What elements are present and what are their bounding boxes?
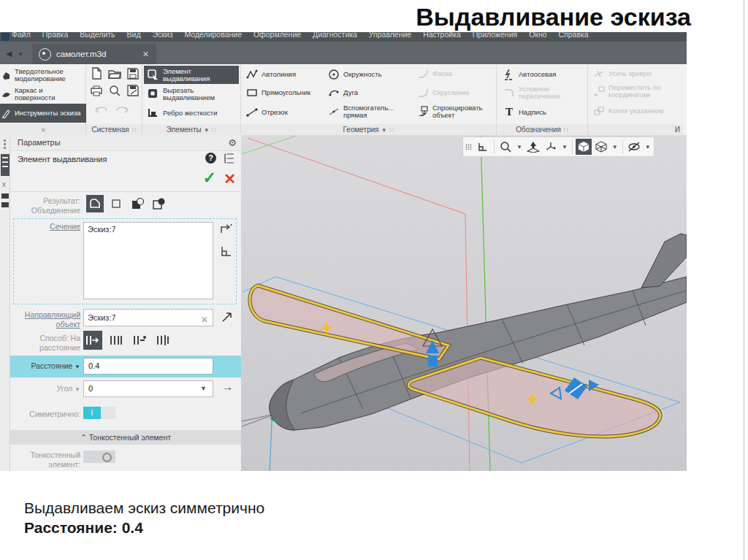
menu-file[interactable]: Файл: [12, 32, 31, 39]
print-button[interactable]: [91, 85, 102, 96]
extrude-element-button[interactable]: Элемент выдавливания: [144, 66, 239, 84]
document-tab[interactable]: самолет.m3d ✕: [32, 44, 156, 64]
viewport-3d[interactable]: ▼ ▼ ▼ ▼: [241, 135, 687, 471]
sketch-contour-icon[interactable]: [219, 245, 234, 260]
panel-square-icon[interactable]: [1, 193, 9, 199]
angle-direction-icon[interactable]: →: [222, 380, 233, 393]
new-document-button[interactable]: [91, 67, 102, 80]
trim-curve-button[interactable]: Усечь кривую: [592, 69, 652, 79]
modes-collapse-chevron[interactable]: »: [0, 124, 85, 136]
guide-object-field[interactable]: Эскиз:7 ✕: [83, 309, 213, 326]
hide-objects-button[interactable]: [626, 139, 642, 155]
method-through-all-button[interactable]: [107, 331, 126, 350]
save-button[interactable]: [127, 68, 139, 80]
rib-button[interactable]: Ребро жесткости: [144, 104, 239, 122]
help-icon[interactable]: ?: [205, 153, 216, 164]
autoline-button[interactable]: Автолиния: [245, 69, 296, 80]
clear-field-icon[interactable]: ✕: [201, 312, 208, 328]
toolbar-drag-handle[interactable]: [465, 139, 473, 154]
structure-tree-icon[interactable]: [224, 153, 235, 164]
section-link[interactable]: Сечение: [25, 222, 80, 231]
left-wing-sketch-outline[interactable]: [250, 285, 449, 359]
menu-select[interactable]: Выделить: [80, 32, 115, 39]
back-caret-icon[interactable]: ▾: [19, 50, 23, 58]
method-distance-button[interactable]: [83, 331, 102, 350]
segment-button[interactable]: Отрезок: [245, 107, 288, 118]
text-label-button[interactable]: T Надпись: [503, 107, 546, 118]
sketch-mode-button[interactable]: [475, 139, 491, 155]
redraw-section-icon[interactable]: [219, 223, 234, 238]
menu-styling[interactable]: Оформление: [253, 32, 301, 39]
menu-view[interactable]: Вид: [127, 32, 141, 39]
model-canvas: [241, 135, 687, 471]
auto-axis-button[interactable]: Автоосевая: [503, 69, 556, 80]
project-object-button[interactable]: Спроецировать объект: [416, 104, 489, 119]
section-list[interactable]: Эскиз:7: [83, 222, 213, 299]
mode-wireframe-surfaces-button[interactable]: Каркас и поверхности: [0, 85, 86, 104]
open-document-button[interactable]: [108, 68, 121, 79]
result-intersect-button[interactable]: [150, 195, 167, 212]
menu-help[interactable]: Справка: [558, 32, 588, 39]
undo-button[interactable]: [95, 104, 108, 115]
back-arrow-icon[interactable]: ◄: [4, 48, 14, 59]
caret-down-icon[interactable]: ▼: [644, 144, 652, 150]
green-axis-line: [481, 136, 490, 471]
cut-extrude-button[interactable]: Вырезать выдавливанием: [144, 85, 239, 103]
symmetric-toggle[interactable]: I: [83, 407, 115, 419]
menu-diagnostics[interactable]: Диагностика: [313, 32, 357, 39]
display-wireframe-button[interactable]: [593, 139, 609, 155]
orientation-axes-button[interactable]: [543, 139, 559, 155]
copy-by-pointing-button[interactable]: Копия указанием: [592, 105, 671, 117]
direction-arrow-icon[interactable]: [221, 310, 234, 325]
menu-sketch[interactable]: Эскиз: [152, 32, 172, 39]
angle-select[interactable]: 0 ▼: [83, 380, 213, 397]
extrude-handle-box[interactable]: [428, 356, 438, 367]
move-by-coordinates-button[interactable]: Переместить по координатам: [592, 84, 671, 99]
mode-sketch-tools-button[interactable]: Инструменты эскиза: [0, 104, 86, 123]
menu-edit[interactable]: Правка: [42, 32, 68, 39]
method-to-object-button[interactable]: [130, 331, 149, 350]
result-new-body-button[interactable]: [107, 195, 125, 212]
mode-solid-modeling-button[interactable]: Твердотельное моделирование: [0, 66, 86, 85]
redo-button[interactable]: [115, 104, 129, 115]
preview-button[interactable]: [109, 85, 121, 96]
caret-down-icon[interactable]: ▼: [515, 144, 524, 150]
auxiliary-line-button[interactable]: Вспомогатель... прямая: [327, 104, 400, 119]
zoom-button[interactable]: [497, 139, 514, 155]
thinwall-section-header[interactable]: ⌃ Тонкостенный элемент: [10, 430, 241, 445]
section-list-item[interactable]: Эскиз:7: [88, 225, 116, 234]
menu-window[interactable]: Окно: [529, 32, 546, 39]
arc-button[interactable]: Дуга: [327, 88, 358, 98]
caret-down-icon[interactable]: ▼: [560, 144, 569, 150]
result-union-button[interactable]: [86, 195, 104, 212]
menu-applications[interactable]: Приложения: [473, 32, 517, 39]
panel-dots-icon[interactable]: [4, 139, 6, 142]
rectangle-button[interactable]: Прямоугольник: [245, 88, 310, 98]
method-to-nearest-button[interactable]: [153, 331, 172, 350]
confirm-button[interactable]: ✓: [203, 169, 216, 188]
save-as-button[interactable]: [127, 85, 139, 96]
thinwall-toggle[interactable]: [83, 450, 115, 463]
caret-down-icon[interactable]: ▼: [611, 144, 619, 150]
close-panel-icon[interactable]: x: [2, 180, 6, 188]
circle-button[interactable]: Окружность: [327, 69, 382, 80]
menu-modeling[interactable]: Моделирование: [184, 32, 242, 39]
menu-settings[interactable]: Настройка: [423, 32, 461, 39]
distance-input[interactable]: 0.4: [83, 358, 213, 375]
cancel-button[interactable]: ✕: [224, 170, 236, 188]
menu-management[interactable]: Управление: [369, 32, 411, 39]
chamfer-button[interactable]: Фаска: [416, 69, 452, 79]
toolbar-group-geometry: Автолиния Прямоугольник Отрезок Окружнос…: [241, 65, 497, 136]
distance-row: Расстояние ▼ 0.4: [10, 356, 241, 377]
geometry-group-label: Геометрия▼∷: [241, 124, 496, 136]
panel-square-icon[interactable]: [1, 202, 9, 207]
parameters-panel-tab-icon[interactable]: [1, 154, 9, 176]
display-shaded-button[interactable]: [576, 139, 592, 155]
fillet-button[interactable]: Скругление: [416, 88, 470, 98]
gear-icon[interactable]: ⚙: [228, 137, 237, 148]
tab-close-icon[interactable]: ✕: [142, 50, 149, 59]
rib-icon: [145, 107, 160, 119]
orient-normal-button[interactable]: [525, 139, 541, 155]
result-subtract-button[interactable]: [129, 195, 146, 212]
conditional-intersection-button[interactable]: Условное пересечение: [503, 85, 576, 100]
